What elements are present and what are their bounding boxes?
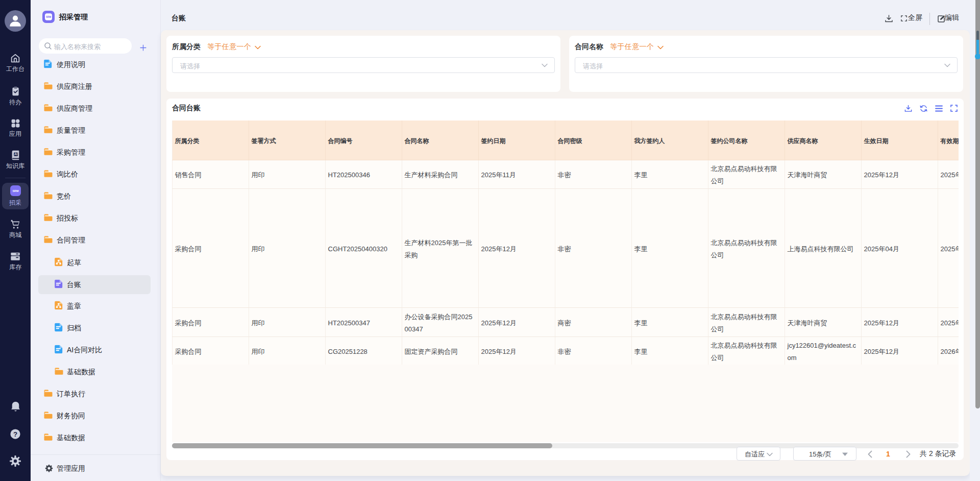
svg-text:SRM: SRM: [46, 16, 51, 18]
svg-text:SRM: SRM: [12, 189, 18, 193]
svg-text:AI: AI: [14, 152, 18, 156]
svg-text:?: ?: [13, 430, 17, 438]
